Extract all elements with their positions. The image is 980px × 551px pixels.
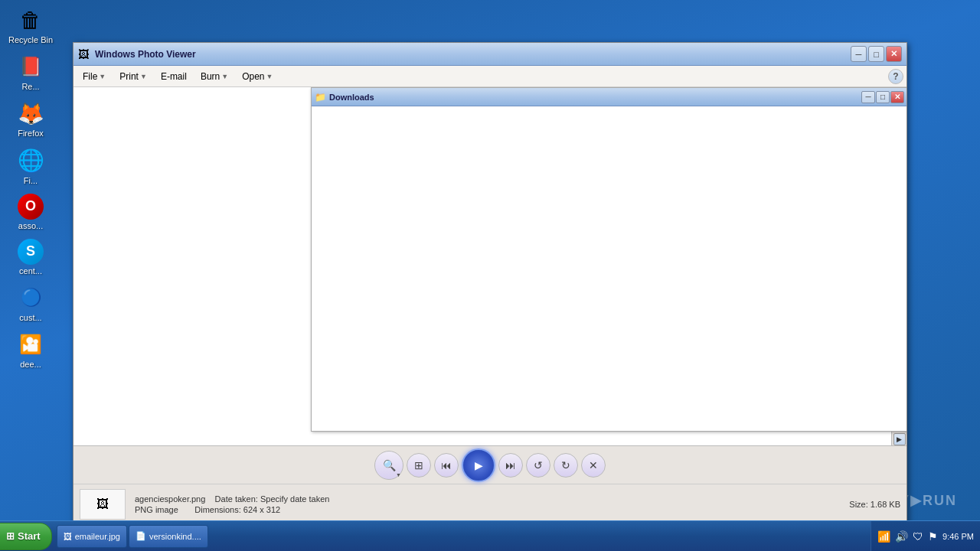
file-info: agenciespoker.png Date taken: Specify da… [135,494,840,514]
downloads-body [312,106,906,431]
downloads-title-icon: 📁 [315,92,326,103]
desktop-icon-recycle-bin[interactable]: 🗑 Recycle Bin [6,6,55,45]
desktop-icon-adobe[interactable]: 📕 Re... [6,53,55,92]
photo-viewer-controls: ─ □ ✕ [851,46,902,62]
file-size: Size: 1.68 KB [849,500,900,509]
prev-button[interactable]: ⏮ [434,453,459,478]
zoom-button[interactable]: 🔍 ▼ [374,451,403,480]
menu-bar: File ▼ Print ▼ E-mail Burn ▼ Open ▼ ? [74,66,906,87]
rotate-cw-button[interactable]: ↻ [554,453,578,478]
desktop-icon-opera[interactable]: O asso... [6,194,55,231]
date-taken-label: Date taken: [215,494,258,504]
menu-email-label: E-mail [161,71,187,82]
scroll-down-arrow[interactable]: ▶ [893,433,906,445]
taskbar: ⊞ Start 🖼 emaileur.jpg 📄 versionkind....… [0,520,980,551]
dimensions-value: 624 x 312 [243,505,280,514]
close-button[interactable]: ✕ [886,46,902,62]
desktop-icon-vlc[interactable]: 🎦 dee... [6,331,55,370]
downloads-title: Downloads [329,93,858,102]
skype-icon: S [18,239,44,265]
task-label-0: emaileur.jpg [75,532,120,541]
thumbnail-icon: 🖼 [96,497,109,511]
desktop-icon-chrome[interactable]: 🌐 Fi... [6,147,55,186]
menu-burn[interactable]: Burn ▼ [194,69,234,84]
menu-email[interactable]: E-mail [155,69,193,84]
menu-print-label: Print [119,71,139,82]
tray-volume-icon[interactable]: 🔊 [895,530,908,543]
zoom-group: 🔍 ▼ [374,451,403,480]
menu-open[interactable]: Open ▼ [236,69,279,84]
play-button[interactable]: ▶ [462,448,495,482]
photo-viewer-titlebar: 🖼 Windows Photo Viewer ─ □ ✕ [74,43,906,66]
menu-burn-label: Burn [201,71,220,82]
taskbar-task-1[interactable]: 📄 versionkind.... [129,525,208,548]
ccleaner-label: cust... [19,313,41,323]
menu-print[interactable]: Print ▼ [113,69,153,84]
file-name-row: agenciespoker.png Date taken: Specify da… [135,494,840,504]
vlc-label: dee... [20,360,41,370]
tray-flag-icon[interactable]: ⚑ [928,530,938,543]
zoom-arrow-icon: ▼ [396,472,401,478]
menu-open-label: Open [242,71,264,82]
help-button[interactable]: ? [888,69,903,84]
downloads-titlebar: 📁 Downloads ─ □ ✕ [312,88,906,106]
delete-button[interactable]: ✕ [581,453,606,478]
desktop: 🗑 Recycle Bin 📕 Re... 🦊 Firefox 🌐 Fi... … [0,0,980,551]
vlc-icon: 🎦 [17,331,44,358]
menu-open-arrow: ▼ [266,73,273,80]
chrome-label: Fi... [24,176,38,186]
tray-network-icon[interactable]: 📶 [877,530,890,543]
task-icon-0: 🖼 [64,532,72,541]
downloads-controls: ─ □ ✕ [861,91,904,103]
fit-button[interactable]: ⊞ [407,453,431,478]
file-type: PNG image [135,505,178,514]
menu-burn-arrow: ▼ [221,73,228,80]
file-type-row: PNG image Dimensions: 624 x 312 [135,505,840,514]
taskbar-tray: 📶 🔊 🛡 ⚑ 9:46 PM [871,521,980,551]
ccleaner-icon: 🔵 [17,284,44,311]
menu-file[interactable]: File ▼ [77,69,112,84]
taskbar-tasks: 🖼 emaileur.jpg 📄 versionkind.... [55,521,871,551]
recycle-bin-label: Recycle Bin [8,35,53,45]
adobe-label: Re... [21,82,39,92]
minimize-button[interactable]: ─ [851,46,867,62]
desktop-icons: 🗑 Recycle Bin 📕 Re... 🦊 Firefox 🌐 Fi... … [0,0,61,377]
menu-file-arrow: ▼ [99,73,106,80]
maximize-button[interactable]: □ [868,46,884,62]
menu-file-label: File [83,71,97,82]
downloads-minimize[interactable]: ─ [861,91,875,103]
menu-print-arrow: ▼ [140,73,147,80]
tray-security-icon[interactable]: 🛡 [913,530,923,543]
start-button[interactable]: ⊞ Start [0,523,52,550]
downloads-maximize[interactable]: □ [876,91,890,103]
chrome-icon: 🌐 [17,147,44,174]
status-bar: 🖼 agenciespoker.png Date taken: Specify … [74,484,906,523]
start-icon: ⊞ [6,530,15,542]
opera-icon: O [18,194,44,220]
firefox-label: Firefox [18,129,44,139]
photo-viewer-title-icon: 🖼 [78,48,89,60]
firefox-icon: 🦊 [17,99,44,127]
desktop-icon-skype[interactable]: S cent... [6,239,55,276]
viewer-content: 📁 Downloads ─ □ ✕ 🔍 ▶ [74,87,906,445]
thumbnail-preview: 🖼 [80,489,126,520]
desktop-icon-ccleaner[interactable]: 🔵 cust... [6,284,55,323]
skype-label: cent... [19,266,42,276]
desktop-icon-firefox[interactable]: 🦊 Firefox [6,99,55,139]
dimensions-label: Dimensions: [194,505,241,514]
bottom-toolbar: 🔍 ▼ ⊞ ⏮ ▶ ⏭ ↺ ↻ ✕ [74,445,906,484]
task-icon-1: 📄 [136,531,146,541]
downloads-close[interactable]: ✕ [890,91,904,103]
photo-viewer-title: Windows Photo Viewer [95,49,848,60]
tray-time: 9:46 PM [942,532,974,541]
filename: agenciespoker.png [135,494,205,504]
opera-label: asso... [18,221,43,231]
image-area: 📁 Downloads ─ □ ✕ [74,87,891,445]
photo-viewer-window: 🖼 Windows Photo Viewer ─ □ ✕ File ▼ Prin… [73,42,907,524]
task-label-1: versionkind.... [149,532,201,541]
rotate-ccw-button[interactable]: ↺ [526,453,550,478]
next-button[interactable]: ⏭ [498,453,523,478]
size-label: Size: [849,500,867,509]
taskbar-task-0[interactable]: 🖼 emaileur.jpg [57,525,127,548]
start-label: Start [18,530,41,542]
